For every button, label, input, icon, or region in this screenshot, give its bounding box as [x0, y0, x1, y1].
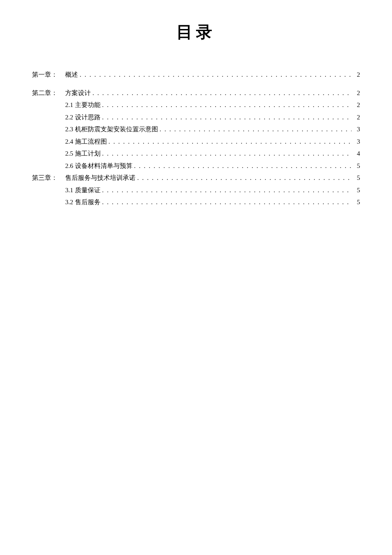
toc-entry-page: 5 — [354, 184, 360, 197]
toc-entry-page: 2 — [354, 99, 360, 111]
toc-entry: 3.1 质量保证5 — [32, 184, 360, 197]
toc-entry-page: 5 — [354, 196, 360, 208]
toc-title: 目录 — [32, 21, 360, 43]
toc-entry-leader — [160, 123, 352, 136]
toc-entry: 第一章：概述2 — [32, 69, 360, 81]
toc-entry-label: 2.6 设备材料清单与预算 — [65, 160, 133, 172]
toc-entry-leader — [134, 160, 352, 172]
toc-entry-page: 4 — [354, 147, 360, 160]
toc-entry-prefix: 第三章： — [32, 172, 65, 184]
toc-entry-page: 3 — [354, 136, 360, 148]
toc-entry-page: 2 — [354, 87, 360, 99]
toc-entry: 2.3 机柜防震支架安装位置示意图3 — [32, 123, 360, 136]
toc-entry: 第二章：方案设计2 — [32, 87, 360, 99]
toc-entry-label: 2.1 主要功能 — [65, 99, 101, 111]
toc-entry-prefix: 第一章： — [32, 69, 65, 81]
toc-entry-leader — [102, 184, 352, 197]
toc-entry-leader — [102, 99, 352, 111]
toc-entry: 第三章：售后服务与技术培训承诺5 — [32, 172, 360, 184]
toc-list: 第一章：概述2第二章：方案设计22.1 主要功能22.2 设计思路22.3 机柜… — [32, 69, 360, 208]
toc-entry: 2.6 设备材料清单与预算5 — [32, 160, 360, 172]
toc-entry: 2.5 施工计划4 — [32, 147, 360, 160]
toc-entry-label: 方案设计 — [65, 87, 91, 99]
toc-entry-leader — [80, 69, 352, 81]
toc-entry-label: 2.5 施工计划 — [65, 147, 101, 160]
toc-entry: 2.2 设计思路2 — [32, 111, 360, 124]
toc-entry-leader — [137, 172, 352, 184]
toc-entry: 3.2 售后服务5 — [32, 196, 360, 208]
toc-entry-leader — [102, 147, 352, 160]
toc-entry-page: 2 — [354, 111, 360, 124]
toc-entry: 2.4 施工流程图3 — [32, 136, 360, 148]
toc-entry-leader — [92, 87, 352, 99]
toc-entry-label: 售后服务与技术培训承诺 — [65, 172, 135, 184]
toc-entry-page: 2 — [354, 69, 360, 81]
toc-entry-leader — [102, 111, 352, 124]
toc-entry-page: 3 — [354, 123, 360, 136]
toc-entry-label: 2.3 机柜防震支架安装位置示意图 — [65, 123, 158, 136]
toc-entry-label: 2.2 设计思路 — [65, 111, 101, 124]
toc-entry-label: 概述 — [65, 69, 78, 81]
toc-entry-page: 5 — [354, 172, 360, 184]
toc-entry-leader — [109, 136, 352, 148]
toc-entry-leader — [102, 196, 352, 208]
toc-entry-label: 2.4 施工流程图 — [65, 136, 107, 148]
toc-entry-page: 5 — [354, 160, 360, 172]
toc-entry: 2.1 主要功能2 — [32, 99, 360, 111]
toc-entry-prefix: 第二章： — [32, 87, 65, 99]
toc-entry-label: 3.1 质量保证 — [65, 184, 101, 197]
toc-entry-label: 3.2 售后服务 — [65, 196, 101, 208]
